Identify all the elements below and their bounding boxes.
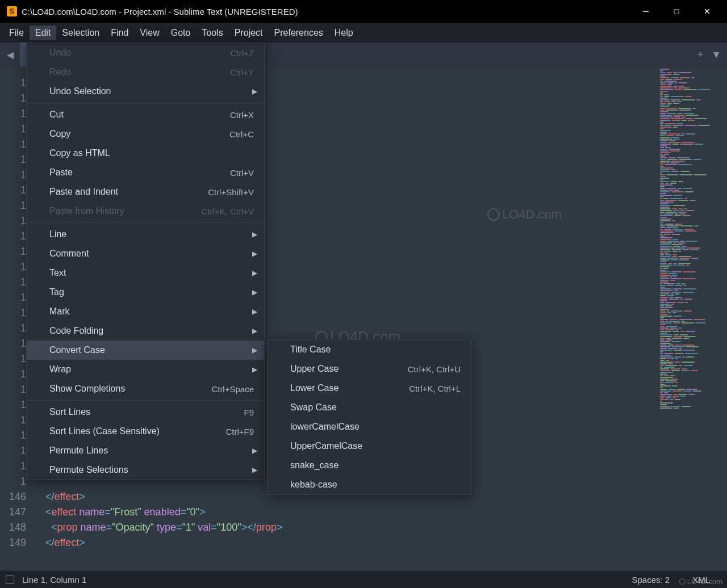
window-controls: ─ □ ✕ — [637, 7, 725, 16]
submenu-item-upper-case[interactable]: Upper CaseCtrl+K, Ctrl+U — [268, 359, 471, 379]
menu-item-paste[interactable]: PasteCtrl+V — [27, 163, 264, 182]
menu-goto[interactable]: Goto — [165, 26, 197, 40]
submenu-arrow-icon: ▶ — [252, 87, 257, 95]
watermark: LO4D.com — [679, 577, 722, 586]
menu-view[interactable]: View — [134, 26, 165, 40]
menu-preferences[interactable]: Preferences — [269, 26, 329, 40]
status-indent[interactable]: Spaces: 2 — [632, 575, 670, 585]
convert-case-submenu: Title CaseUpper CaseCtrl+K, Ctrl+ULower … — [267, 339, 471, 495]
status-panel-toggle-icon[interactable] — [6, 576, 14, 584]
menu-item-copy-as-html[interactable]: Copy as HTML — [27, 144, 264, 163]
menu-item-sort-lines-case-sensitive-[interactable]: Sort Lines (Case Sensitive)Ctrl+F9 — [27, 422, 264, 441]
menu-item-permute-lines[interactable]: Permute Lines▶ — [27, 441, 264, 460]
menu-item-cut[interactable]: CutCtrl+X — [27, 105, 264, 124]
close-button[interactable]: ✕ — [699, 7, 716, 16]
tab-dropdown-icon[interactable]: ▼ — [711, 49, 721, 61]
submenu-arrow-icon: ▶ — [252, 230, 257, 238]
menu-item-text[interactable]: Text▶ — [27, 263, 264, 283]
submenu-arrow-icon: ▶ — [252, 288, 257, 296]
app-icon: S — [7, 6, 17, 16]
submenu-item-snake-case[interactable]: snake_case — [268, 456, 471, 475]
menu-edit[interactable]: Edit — [30, 26, 57, 40]
menu-selection[interactable]: Selection — [56, 26, 105, 40]
menu-file[interactable]: File — [3, 26, 30, 40]
submenu-arrow-icon: ▶ — [252, 250, 257, 258]
menu-item-convert-case[interactable]: Convert Case▶ — [27, 341, 264, 360]
menu-project[interactable]: Project — [229, 26, 269, 40]
menu-item-redo: RedoCtrl+Y — [27, 62, 264, 82]
new-tab-icon[interactable]: + — [697, 49, 704, 61]
minimize-button[interactable]: ─ — [637, 7, 654, 16]
menu-item-mark[interactable]: Mark▶ — [27, 302, 264, 321]
submenu-arrow-icon: ▶ — [252, 327, 257, 335]
minimap[interactable] — [659, 66, 721, 569]
tab-nav-prev-icon[interactable]: ◀ — [0, 43, 20, 66]
menu-item-undo-selection[interactable]: Undo Selection▶ — [27, 82, 264, 101]
menu-item-permute-selections[interactable]: Permute Selections▶ — [27, 460, 264, 480]
menu-item-paste-and-indent[interactable]: Paste and IndentCtrl+Shift+V — [27, 182, 264, 201]
submenu-item-title-case[interactable]: Title Case — [268, 340, 471, 359]
menu-item-line[interactable]: Line▶ — [27, 225, 264, 244]
statusbar: Line 1, Column 1 Spaces: 2 XML — [0, 571, 727, 588]
submenu-item-kebab-case[interactable]: kebab-case — [268, 475, 471, 494]
status-cursor-position: Line 1, Column 1 — [22, 575, 86, 585]
submenu-item-swap-case[interactable]: Swap Case — [268, 398, 471, 417]
menu-item-tag[interactable]: Tag▶ — [27, 283, 264, 302]
menu-item-undo: UndoCtrl+Z — [27, 43, 264, 62]
menubar: FileEditSelectionFindViewGotoToolsProjec… — [0, 23, 727, 43]
menu-find[interactable]: Find — [105, 26, 134, 40]
menu-item-paste-from-history: Paste from HistoryCtrl+K, Ctrl+V — [27, 201, 264, 221]
menu-item-comment[interactable]: Comment▶ — [27, 244, 264, 263]
maximize-button[interactable]: □ — [668, 7, 685, 16]
menu-item-sort-lines[interactable]: Sort LinesF9 — [27, 402, 264, 422]
edit-context-menu: UndoCtrl+ZRedoCtrl+YUndo Selection▶CutCt… — [26, 43, 265, 480]
submenu-item-uppercamelcase[interactable]: UpperCamelCase — [268, 436, 471, 456]
submenu-arrow-icon: ▶ — [252, 269, 257, 277]
submenu-arrow-icon: ▶ — [252, 366, 257, 373]
submenu-arrow-icon: ▶ — [252, 447, 257, 455]
menu-help[interactable]: Help — [329, 26, 359, 40]
window-title: C:\LO4D.com\LO4D.com - Project.xml - Sub… — [22, 7, 637, 16]
submenu-arrow-icon: ▶ — [252, 308, 257, 316]
menu-item-wrap[interactable]: Wrap▶ — [27, 360, 264, 379]
submenu-item-lower-case[interactable]: Lower CaseCtrl+K, Ctrl+L — [268, 379, 471, 398]
menu-item-show-completions[interactable]: Show CompletionsCtrl+Space — [27, 379, 264, 398]
submenu-item-lowercamelcase[interactable]: lowerCamelCase — [268, 417, 471, 436]
titlebar: S C:\LO4D.com\LO4D.com - Project.xml - S… — [0, 0, 727, 23]
submenu-arrow-icon: ▶ — [252, 346, 257, 354]
menu-item-code-folding[interactable]: Code Folding▶ — [27, 321, 264, 341]
menu-item-copy[interactable]: CopyCtrl+C — [27, 124, 264, 144]
submenu-arrow-icon: ▶ — [252, 466, 257, 474]
menu-tools[interactable]: Tools — [196, 26, 228, 40]
